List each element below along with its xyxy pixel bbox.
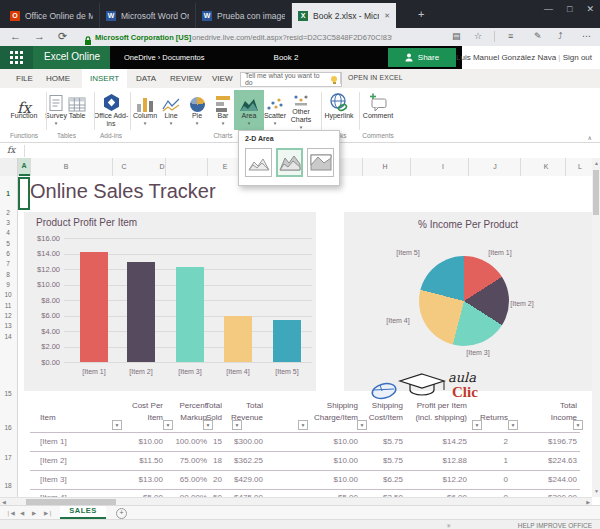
share-page-icon[interactable]: ⤴ xyxy=(558,31,563,41)
maximize-button[interactable]: □ xyxy=(567,4,572,14)
row-header-2[interactable]: 2 xyxy=(0,209,16,216)
comment-button[interactable]: Comment xyxy=(359,90,397,130)
browser-tab[interactable]: WMicrosoft Word Online - Tr xyxy=(100,3,196,28)
hyperlink-button[interactable]: Hyperlink xyxy=(320,90,358,130)
row-header-15[interactable]: 15 xyxy=(0,390,16,397)
bar-button[interactable]: Bar▾ xyxy=(210,90,236,130)
row-header-17[interactable]: 17 xyxy=(0,454,16,461)
vertical-scrollbar[interactable]: ▲ ▼ xyxy=(592,158,600,497)
ribbon-tab-review[interactable]: REVIEW xyxy=(170,74,202,83)
browser-tab[interactable]: OOffice Online de Microsoft: xyxy=(4,3,100,28)
row-header-1[interactable]: 1 xyxy=(0,190,16,197)
function-button[interactable]: fxFunction xyxy=(4,90,44,130)
select-all-corner[interactable] xyxy=(0,158,18,176)
ribbon-tab-insert[interactable]: INSERT xyxy=(82,69,127,88)
more-icon[interactable]: ⋯ xyxy=(582,31,591,41)
column-header-D[interactable]: D xyxy=(159,163,164,170)
app-launcher-button[interactable] xyxy=(0,46,33,69)
vertical-scroll-thumb[interactable] xyxy=(593,170,599,215)
row-header-6[interactable]: 6 xyxy=(0,250,16,257)
collapse-ribbon-icon[interactable]: ∧ xyxy=(588,134,592,141)
filter-dropdown-icon[interactable]: ▼ xyxy=(232,420,242,430)
ribbon-tab-home[interactable]: HOME xyxy=(46,74,70,83)
column-header-L[interactable]: L xyxy=(578,163,582,170)
row-header-4[interactable]: 4 xyxy=(0,229,16,236)
menu-option-stacked-area[interactable] xyxy=(276,148,303,177)
add-sheet-button[interactable]: + xyxy=(116,508,127,519)
column-header-B[interactable]: B xyxy=(64,163,69,170)
table-button[interactable]: Table xyxy=(62,90,92,130)
refresh-icon[interactable]: ⟳ xyxy=(58,30,67,43)
filter-dropdown-icon[interactable]: ▼ xyxy=(573,420,583,430)
column-header-K[interactable]: K xyxy=(544,163,549,170)
filter-dropdown-icon[interactable]: ▼ xyxy=(472,420,482,430)
ribbon-tab-data[interactable]: DATA xyxy=(136,74,156,83)
line-button[interactable]: Line▾ xyxy=(157,90,185,130)
menu-option-area[interactable] xyxy=(245,148,272,177)
selected-cell-a1[interactable] xyxy=(18,177,30,210)
bar-chart[interactable]: Product Profit Per Item $16.00$14.00$12.… xyxy=(24,212,316,391)
ribbon-tab-view[interactable]: VIEW xyxy=(212,74,232,83)
prev-sheet-icon[interactable]: ◀ xyxy=(20,510,24,516)
column-header-A-selected[interactable]: A xyxy=(18,158,30,176)
first-sheet-icon[interactable]: ❘◀ xyxy=(6,510,15,516)
column-header-H[interactable]: H xyxy=(382,163,387,170)
filter-dropdown-icon[interactable]: ▼ xyxy=(508,420,518,430)
sign-out-link[interactable]: Sign out xyxy=(563,53,592,62)
next-sheet-icon[interactable]: ▶ xyxy=(32,510,36,516)
share-button[interactable]: Share xyxy=(388,48,456,67)
scroll-down-icon[interactable]: ▼ xyxy=(594,488,599,494)
scroll-up-icon[interactable]: ▲ xyxy=(594,160,599,166)
row-header-11[interactable]: 11 xyxy=(0,302,16,309)
pie-chart[interactable]: % Income Per Product [Item 1][Item 2][It… xyxy=(344,212,592,391)
hub-icon[interactable]: ≡ xyxy=(508,31,513,41)
row-header-10[interactable]: 10 xyxy=(0,291,16,298)
filter-dropdown-icon[interactable]: ▼ xyxy=(163,420,173,430)
office-add-ins-button[interactable]: Office Add-ins xyxy=(92,90,130,130)
favorites-star-icon[interactable]: ☆ xyxy=(474,31,482,41)
row-header-9[interactable]: 9 xyxy=(0,281,16,288)
row-header-13[interactable]: 13 xyxy=(0,322,16,329)
row-header-3[interactable]: 3 xyxy=(0,219,16,226)
url-text[interactable]: onedrive.live.com/edit.aspx?resid=D2C3C5… xyxy=(192,33,392,42)
pie-button[interactable]: Pie▾ xyxy=(184,90,210,130)
close-button[interactable]: ✕ xyxy=(586,4,594,14)
column-header-C[interactable]: C xyxy=(121,163,126,170)
column-header-I[interactable]: I xyxy=(442,163,444,170)
back-icon[interactable]: ← xyxy=(10,30,21,42)
row-header-5[interactable]: 5 xyxy=(0,240,16,247)
sheet-tab-sales[interactable]: SALES xyxy=(60,506,106,519)
user-name[interactable]: Luis Manuel González Nava xyxy=(456,53,556,62)
browser-tab[interactable]: WPrueba con imagen insertac xyxy=(196,3,292,28)
row-header-7[interactable]: 7 xyxy=(0,260,16,267)
other-charts-button[interactable]: Other Charts▾ xyxy=(283,90,319,130)
last-sheet-icon[interactable]: ▶❘ xyxy=(44,510,53,516)
watermark-word-aula: aula xyxy=(448,370,476,385)
minimize-button[interactable]: — xyxy=(544,4,553,14)
row-header-16[interactable]: 16 xyxy=(0,424,16,431)
row-header-12[interactable]: 12 xyxy=(0,312,16,319)
tell-me-box[interactable]: Tell me what you want to do xyxy=(240,72,342,87)
open-in-excel-button[interactable]: OPEN IN EXCEL xyxy=(348,74,403,81)
filter-dropdown-icon[interactable]: ▼ xyxy=(298,420,308,430)
forward-icon[interactable]: → xyxy=(34,30,45,42)
web-note-icon[interactable]: ✎ xyxy=(534,31,542,41)
row-header-8[interactable]: 8 xyxy=(0,271,16,278)
filter-dropdown-icon[interactable]: ▼ xyxy=(203,420,213,430)
browser-tab[interactable]: XBook 2.xlsx - Microsoft✕ xyxy=(292,3,396,28)
row-header-14[interactable]: 14 xyxy=(0,333,16,340)
horizontal-scrollbar[interactable]: ◀ ▶ xyxy=(0,497,592,505)
column-header-J[interactable]: J xyxy=(493,163,497,170)
ribbon-tab-file[interactable]: FILE xyxy=(16,74,33,83)
filter-dropdown-icon[interactable]: ▼ xyxy=(112,420,122,430)
sheet-area[interactable]: 123456789101112131415161718 Online Sales… xyxy=(0,176,592,497)
row-header-18[interactable]: 18 xyxy=(0,482,16,489)
reading-view-icon[interactable]: ▤ xyxy=(452,31,461,41)
security-badge[interactable]: Microsoft Corporation [US] xyxy=(95,33,191,42)
new-tab-button[interactable]: + xyxy=(418,8,424,20)
filter-dropdown-icon[interactable]: ▼ xyxy=(357,420,367,430)
close-tab-icon[interactable]: ✕ xyxy=(384,12,390,20)
menu-option-100-stacked-area[interactable] xyxy=(307,148,334,177)
column-header-E[interactable]: E xyxy=(223,163,228,170)
help-improve-office-link[interactable]: HELP IMPROVE OFFICE xyxy=(518,522,592,529)
